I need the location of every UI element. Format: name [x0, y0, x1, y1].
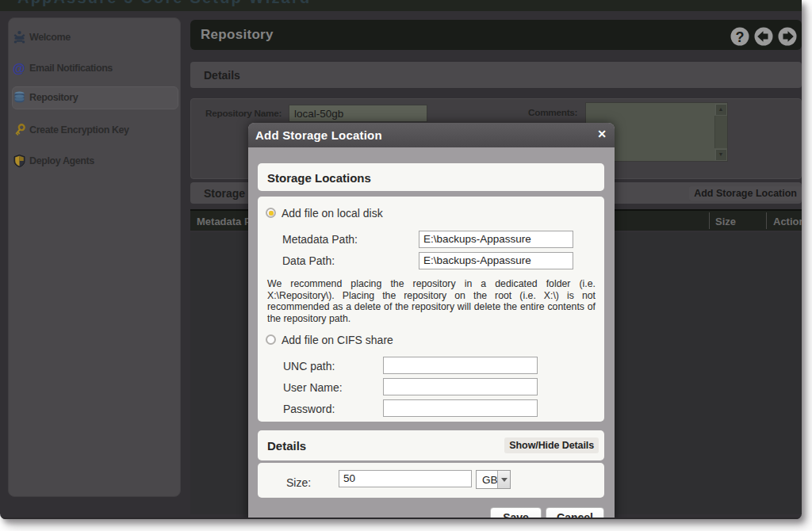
svg-text:?: ?	[736, 29, 745, 45]
